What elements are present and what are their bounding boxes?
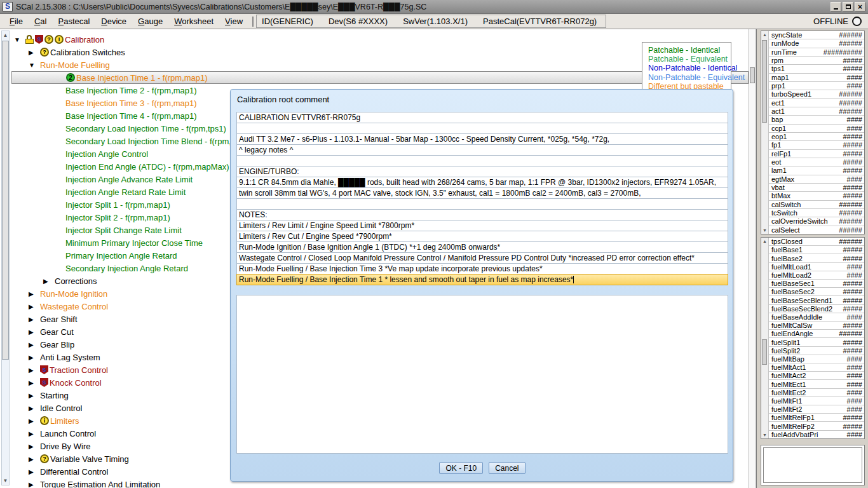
chevron-right-icon[interactable]: ▶ — [29, 392, 40, 399]
scroll-up-icon[interactable]: ▲ — [2, 31, 9, 39]
watch-row[interactable]: eop1##### — [769, 133, 864, 141]
watch-row[interactable]: fuelMltBap#### — [769, 355, 864, 363]
chevron-down-icon[interactable]: ▼ — [29, 62, 40, 69]
watch-row[interactable]: tpsClosed###### — [769, 238, 864, 246]
watch-row[interactable]: syncState###### — [769, 31, 864, 39]
chevron-right-icon[interactable]: ▶ — [29, 49, 40, 56]
chevron-right-icon[interactable]: ▶ — [29, 367, 40, 374]
watch-row[interactable]: fuelBaseAddIdle#### — [769, 313, 864, 322]
close-button[interactable]: × — [855, 2, 865, 11]
menu-file[interactable]: File — [4, 15, 29, 27]
comment-line[interactable]: Audi TT 3.2 Me7 - s6-Plus - 1.103.1- Man… — [236, 133, 728, 145]
watch-row[interactable]: fuelAddVbatPri#### — [769, 431, 864, 438]
minimize-button[interactable] — [831, 2, 841, 11]
tree-scrollbar[interactable]: ▲ ▼ — [1, 30, 10, 485]
watch-row[interactable]: fp1##### — [769, 141, 864, 149]
menu-cal[interactable]: Cal — [29, 15, 53, 27]
chevron-right-icon[interactable]: ▶ — [29, 316, 40, 323]
comment-line[interactable] — [236, 198, 728, 210]
chevron-right-icon[interactable]: ▶ — [29, 456, 40, 463]
chevron-right-icon[interactable]: ▶ — [29, 379, 40, 386]
menu-worksheet[interactable]: Worksheet — [168, 15, 219, 27]
watch-row[interactable]: fuelMltEct2#### — [769, 389, 864, 397]
watch-row[interactable]: fuelSplit1##### — [769, 338, 864, 346]
watch-row[interactable]: ect1###### — [769, 99, 864, 107]
comment-line[interactable]: NOTES: — [236, 209, 728, 220]
tree-item[interactable]: ▼S?iCalibration — [11, 33, 749, 46]
watch-row[interactable]: calSwitch###### — [769, 201, 864, 209]
watch-row[interactable]: fuelMltFt1#### — [769, 397, 864, 405]
chevron-right-icon[interactable]: ▶ — [29, 430, 40, 437]
scrollbar-thumb[interactable] — [762, 339, 767, 365]
ok-button[interactable]: OK - F10 — [439, 462, 483, 474]
watch-row[interactable]: eot##### — [769, 158, 864, 166]
watch-row[interactable]: fuelMltAct1#### — [769, 363, 864, 372]
main-scrollbar[interactable] — [749, 29, 756, 488]
chevron-right-icon[interactable]: ▶ — [29, 290, 40, 297]
comment-line[interactable]: ^ legacy notes ^ — [236, 144, 728, 156]
watch-row[interactable]: turboSpeed1###### — [769, 90, 864, 98]
watch-row[interactable]: tps1##### — [769, 65, 864, 73]
restore-button[interactable] — [843, 2, 853, 11]
watch-row[interactable]: fuelMltFt2#### — [769, 405, 864, 414]
comment-line[interactable] — [236, 155, 728, 166]
watch-row[interactable]: tcSwitch###### — [769, 209, 864, 217]
watch-row[interactable]: calSelect###### — [769, 226, 864, 234]
chevron-right-icon[interactable]: ▶ — [43, 278, 55, 285]
watch-row[interactable]: fuelMltAct2#### — [769, 372, 864, 380]
tree-item[interactable]: ▶?Calibration Switches — [11, 46, 749, 58]
comment-line[interactable]: Limiters / Rev Cut / Engine Speed *7900r… — [236, 231, 728, 242]
watch-row[interactable]: bap#### — [769, 116, 864, 124]
watch1-scrollbar[interactable]: ▲ ▼ — [761, 31, 769, 234]
watch-row[interactable]: fuelSplit2##### — [769, 347, 864, 355]
chevron-right-icon[interactable]: ▶ — [29, 354, 40, 361]
watch-row[interactable]: fuelMltLoad1#### — [769, 263, 864, 271]
watch-row[interactable]: relFp1##### — [769, 150, 864, 158]
watch-row[interactable]: fuelBaseSecBlend1##### — [769, 296, 864, 304]
scroll-down-icon[interactable]: ▼ — [2, 477, 9, 485]
watch2-scrollbar[interactable]: ▲ ▼ — [761, 238, 769, 438]
scrollbar-thumb[interactable] — [2, 41, 9, 360]
chevron-right-icon[interactable]: ▶ — [29, 303, 40, 310]
chevron-right-icon[interactable]: ▶ — [29, 468, 40, 475]
watch-row[interactable]: calOverrideSwitch###### — [769, 217, 864, 226]
chevron-right-icon[interactable]: ▶ — [29, 405, 40, 412]
tree-item[interactable]: 2Base Injection Time 1 - f(rpm,map1) — [11, 71, 749, 84]
watch-row[interactable]: fuelBase2##### — [769, 254, 864, 262]
comment-line[interactable]: 9.1:1 CR 84.5mm dia Mahle, █████ rods, b… — [236, 177, 728, 188]
menu-pastecal[interactable]: Pastecal — [52, 15, 95, 27]
watch-row[interactable]: prp1#### — [769, 82, 864, 90]
comment-line[interactable]: twin scroll 38mm tial WG's, 4 port MAC v… — [236, 187, 728, 199]
watch-row[interactable]: runMode###### — [769, 39, 864, 48]
watch-row[interactable]: act1###### — [769, 107, 864, 116]
menu-device[interactable]: Device — [95, 15, 132, 27]
comment-line[interactable]: ENGINE/TURBO: — [236, 166, 728, 177]
scroll-down-icon[interactable]: ▼ — [761, 227, 768, 234]
watch-row[interactable]: fuelMltEct1#### — [769, 380, 864, 388]
scroll-up-icon[interactable]: ▲ — [761, 238, 768, 245]
chevron-right-icon[interactable]: ▶ — [29, 443, 40, 450]
watch-row[interactable]: fuelEndAngle###### — [769, 330, 864, 338]
comment-line[interactable]: Limiters / Rev Limit / Engine Speed Limi… — [236, 220, 728, 231]
scrollbar-thumb[interactable] — [762, 40, 767, 123]
watch-row[interactable]: runTime########## — [769, 48, 864, 57]
scrollbar-thumb[interactable] — [750, 67, 755, 83]
comment-line[interactable]: Run-Mode Ignition / Base Ignition Angle … — [236, 241, 728, 253]
watch-row[interactable]: fuelMltRelFp2##### — [769, 422, 864, 430]
watch-row[interactable]: fuelMltCalSw##### — [769, 322, 864, 330]
watch-row[interactable]: rpm##### — [769, 57, 864, 65]
comment-line[interactable]: Run-Mode Fuelling / Base Injection Time … — [236, 274, 728, 285]
watch-row[interactable]: vbat##### — [769, 184, 864, 192]
comment-empty-area[interactable] — [236, 295, 728, 454]
watch-row[interactable]: egtMax#### — [769, 175, 864, 184]
comment-line[interactable]: CALIBRATION EVTTVR6T-RR075g — [236, 112, 728, 123]
watch-row[interactable]: lam1##### — [769, 166, 864, 175]
chevron-right-icon[interactable]: ▶ — [29, 341, 40, 348]
watch-row[interactable]: fuelBaseSec1##### — [769, 280, 864, 288]
watch-row[interactable]: map1#### — [769, 74, 864, 82]
chevron-right-icon[interactable]: ▶ — [29, 329, 40, 336]
comment-line[interactable]: Run-Mode Fuelling / Base Injection Time … — [236, 263, 728, 274]
watch-row[interactable]: fuelMltLoad2#### — [769, 271, 864, 280]
chevron-right-icon[interactable]: ▶ — [29, 417, 40, 424]
cancel-button[interactable]: Cancel — [489, 462, 525, 474]
